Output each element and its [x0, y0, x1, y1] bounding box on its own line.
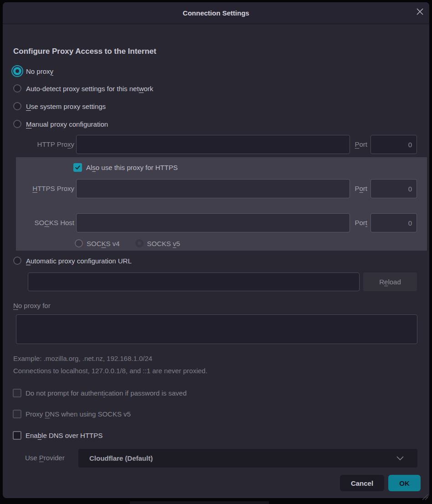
socks-host-label: SOCKS Host	[13, 213, 74, 232]
checkbox-label[interactable]: Also use this proxy for HTTPS	[86, 164, 178, 171]
radio-label[interactable]: Auto-detect proxy settings for this netw…	[26, 85, 153, 93]
label-segment: e	[384, 278, 388, 286]
checkbox-label[interactable]: Enable DNS over HTTPS	[26, 432, 103, 439]
checkbox-label[interactable]: Proxy DNS when using SOCKS v5	[26, 410, 131, 418]
https-proxy-label: HTTPS Proxy	[13, 179, 74, 198]
resize-grip-icon[interactable]	[420, 492, 428, 500]
label-segment: K	[102, 240, 106, 247]
label-segment: rt	[363, 185, 367, 192]
radio-icon[interactable]	[13, 120, 21, 128]
radio-socks-v5[interactable]: SOCKS v5	[135, 239, 180, 247]
close-button[interactable]	[414, 5, 426, 17]
label-segment: Al	[86, 164, 92, 171]
label-segment: cation if password is saved	[105, 389, 186, 397]
https-proxy-input[interactable]	[76, 179, 350, 198]
socks-port-input[interactable]	[370, 213, 417, 232]
radio-icon[interactable]	[13, 67, 21, 75]
radio-label[interactable]: Use system proxy settings	[26, 103, 106, 110]
https-port-label: Port	[353, 179, 367, 198]
use-provider-label: Use Provider	[25, 454, 65, 462]
radio-icon[interactable]	[135, 239, 144, 247]
http-port-label: Port	[353, 135, 367, 154]
provider-selected-value: Cloudflare (Default)	[89, 454, 153, 462]
radio-label[interactable]: SOCKS v4	[87, 240, 120, 247]
radio-label[interactable]: Automatic proxy configuration URL	[26, 257, 132, 265]
ok-button[interactable]: OK	[388, 475, 421, 491]
radio-use-system[interactable]: Use system proxy settings	[13, 101, 106, 112]
radio-icon[interactable]	[13, 257, 21, 265]
radio-label[interactable]: No proxy	[26, 67, 53, 75]
radio-icon[interactable]	[75, 239, 83, 247]
label-segment: Do not prompt for authent	[26, 389, 103, 397]
label-segment: t	[365, 219, 367, 226]
checkbox-icon[interactable]	[13, 431, 21, 440]
label-segment: se system proxy settings	[31, 103, 106, 110]
label-segment: HTTP Pro	[37, 140, 67, 148]
label-segment: le DNS over HTTPS	[41, 432, 103, 439]
label-segment: Auto-detect proxy settings for this net	[26, 85, 139, 93]
check-icon	[75, 165, 81, 170]
checkbox-also-https[interactable]: Also use this proxy for HTTPS	[73, 163, 178, 172]
label-segment: ork	[144, 85, 153, 93]
no-proxy-for-textarea[interactable]	[16, 314, 417, 344]
radio-socks-v4[interactable]: SOCKS v4	[75, 239, 120, 247]
label-segment: Por	[355, 219, 365, 226]
label-segment: Use	[25, 454, 39, 462]
socks-version-group: SOCKS v4 SOCKS v5	[75, 239, 180, 247]
label-segment: rovider	[44, 454, 65, 462]
radio-label[interactable]: SOCKS v5	[147, 240, 180, 247]
socks-host-input[interactable]	[76, 213, 350, 232]
radio-manual[interactable]: Manual proxy configuration	[13, 118, 108, 129]
label-segment: y	[50, 67, 54, 75]
label-segment: x	[67, 140, 71, 148]
radio-label[interactable]: Manual proxy configuration	[26, 120, 108, 128]
label-segment: No prox	[26, 67, 50, 75]
http-proxy-input[interactable]	[76, 135, 350, 154]
checkbox-no-prompt-auth[interactable]: Do not prompt for authentication if pass…	[13, 388, 187, 397]
label-segment: P	[355, 185, 359, 192]
label-segment: w	[139, 85, 144, 93]
label-segment: R	[379, 278, 384, 286]
label-segment: o proxy for	[18, 302, 51, 309]
checkbox-enable-doh[interactable]: Enable DNS over HTTPS	[13, 431, 103, 440]
https-port-input[interactable]	[370, 179, 417, 198]
localhost-note-text: Connections to localhost, 127.0.0.1/8, a…	[13, 367, 207, 375]
checkbox-proxy-dns-socks5[interactable]: Proxy DNS when using SOCKS v5	[13, 409, 131, 418]
automatic-url-input[interactable]	[28, 273, 360, 291]
label-segment: Ena	[26, 432, 38, 439]
label-segment: SOCKS	[147, 240, 173, 247]
radio-icon[interactable]	[13, 84, 21, 93]
label-segment: ort	[359, 140, 367, 148]
checkbox-icon[interactable]	[73, 163, 82, 172]
no-proxy-for-label: No proxy for	[13, 302, 51, 309]
http-proxy-label: HTTP Proxy	[13, 135, 74, 154]
label-segment: v	[173, 240, 176, 247]
checkbox-label[interactable]: Do not prompt for authentication if pass…	[26, 389, 187, 397]
radio-icon[interactable]	[13, 102, 21, 110]
close-icon	[416, 8, 424, 15]
label-segment: 5	[176, 240, 180, 247]
cancel-button[interactable]: Cancel	[340, 475, 384, 491]
dialog-title: Connection Settings	[183, 9, 249, 17]
radio-auto-detect[interactable]: Auto-detect proxy settings for this netw…	[13, 83, 153, 94]
label-segment: o use this proxy for HTTPS	[96, 164, 178, 171]
reload-button[interactable]: Reload	[363, 273, 417, 291]
label-segment: SO	[34, 219, 44, 226]
checkbox-icon[interactable]	[13, 389, 21, 397]
label-segment: P	[39, 454, 44, 462]
label-segment: N	[13, 302, 18, 309]
label-segment: s	[92, 164, 96, 171]
http-port-input[interactable]	[370, 135, 417, 154]
checkbox-icon[interactable]	[13, 410, 21, 418]
label-segment: KS Host	[49, 219, 74, 226]
radio-automatic-url[interactable]: Automatic proxy configuration URL	[13, 255, 132, 266]
label-segment: b	[38, 432, 41, 439]
radio-no-proxy[interactable]: No proxy	[13, 66, 53, 77]
no-proxy-example-text: Example: .mozilla.org, .net.nz, 192.168.…	[13, 355, 152, 362]
label-segment: U	[26, 103, 31, 110]
label-segment: o	[359, 185, 363, 192]
dialog-titlebar: Connection Settings	[3, 2, 429, 24]
socks-port-label: Port	[353, 213, 367, 232]
provider-dropdown[interactable]: Cloudflare (Default)	[78, 449, 417, 468]
page-title: Configure Proxy Access to the Internet	[13, 47, 156, 56]
